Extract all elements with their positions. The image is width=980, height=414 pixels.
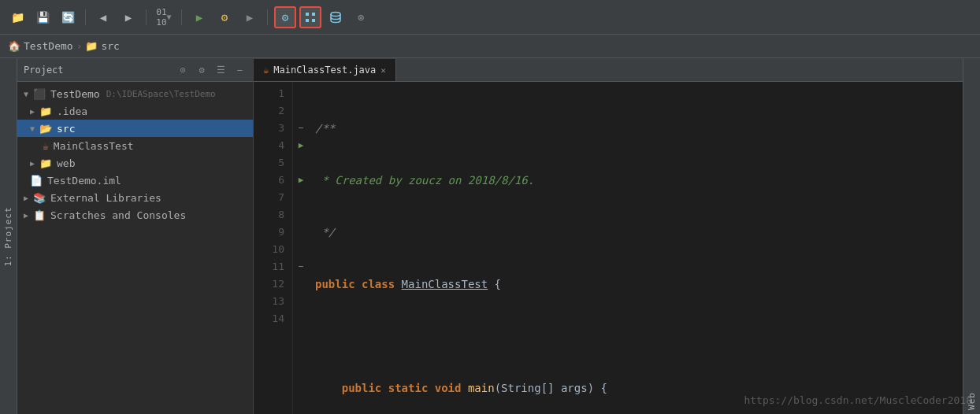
line-num-11: 11	[257, 258, 284, 275]
tab-mainclasstest[interactable]: ☕ MainClassTest.java ✕	[254, 59, 396, 81]
sep-1	[85, 9, 86, 25]
tab-close-btn[interactable]: ✕	[380, 65, 386, 76]
breadcrumb-testdemo[interactable]: TestDemo	[24, 40, 73, 52]
tree-label-external-libs: External Libraries	[50, 192, 161, 204]
arrow-idea: ▶	[30, 107, 35, 116]
code-line-1: /**	[315, 120, 956, 137]
arrow-testdemo: ▼	[24, 90, 28, 98]
tree-item-testdemo[interactable]: ▼ ⬛ TestDemo D:\IDEASpace\TestDemo	[17, 85, 253, 102]
panel-menu-btn[interactable]: ☰	[213, 63, 228, 77]
tree-label-idea: .idea	[57, 105, 87, 117]
locate-file-btn[interactable]: ⊙	[176, 63, 190, 77]
arrow-src: ▼	[30, 124, 35, 133]
watermark: https://blog.csdn.net/MuscleCoder2018	[744, 394, 972, 406]
line-num-12: 12	[257, 275, 284, 293]
forward-btn[interactable]: ▶	[117, 6, 139, 28]
line-num-3: 3	[257, 120, 284, 137]
tree-item-src[interactable]: ▼ 📂 src	[17, 120, 253, 137]
gutter-8	[293, 206, 309, 224]
line-numbers: 1 2 3 4 5 6 7 8 9 10 11 12 13 14	[254, 82, 293, 414]
database-btn[interactable]	[325, 6, 347, 28]
main-container: 1: Project Project ⊙ ⚙ ☰ − ▼ ⬛ TestDemo …	[0, 58, 980, 414]
gutter-fold-11[interactable]: −	[293, 258, 309, 275]
code-editor[interactable]: 1 2 3 4 5 6 7 8 9 10 11 12 13 14 − ▶	[254, 82, 963, 414]
gutter-5	[293, 154, 309, 172]
tree-label-mainclasstest: MainClassTest	[54, 140, 134, 152]
web-sidebar-tab[interactable]: Web	[963, 58, 980, 414]
gutter-2	[293, 102, 309, 120]
breadcrumb-home-icon: 🏠	[8, 40, 20, 52]
code-content[interactable]: /** * Created by zoucz on 2018/8/16. */ …	[309, 82, 963, 414]
line-num-1: 1	[257, 85, 284, 102]
gutter-fold-3[interactable]: −	[293, 120, 309, 137]
code-line-5	[315, 327, 956, 345]
breadcrumb-sep-1: ›	[76, 40, 83, 52]
tree-item-idea[interactable]: ▶ 📁 .idea	[17, 102, 253, 120]
breadcrumb-folder-icon: 📁	[85, 40, 98, 52]
scratches-icon: 📋	[33, 209, 46, 221]
project-sidebar-tab[interactable]: 1: Project	[0, 58, 17, 414]
sep-3	[181, 9, 182, 25]
panel-hide-btn[interactable]: −	[232, 63, 247, 77]
folder-icon-idea: 📁	[39, 105, 52, 117]
run-with-coverage-btn[interactable]: ▶	[239, 6, 261, 28]
line-num-2: 2	[257, 102, 284, 120]
project-panel: Project ⊙ ⚙ ☰ − ▼ ⬛ TestDemo D:\IDEASpac…	[17, 58, 254, 414]
line-num-8: 8	[257, 206, 284, 224]
debug-btn[interactable]: ⚙	[213, 6, 236, 28]
sep-2	[146, 9, 147, 25]
code-line-2: * Created by zoucz on 2018/8/16.	[315, 172, 956, 189]
gutter-10	[293, 241, 309, 258]
run-btn[interactable]: ▶	[188, 6, 210, 28]
project-panel-header: Project ⊙ ⚙ ☰ −	[17, 58, 253, 82]
tree-item-scratches[interactable]: ▶ 📋 Scratches and Consoles	[17, 206, 253, 224]
line-num-9: 9	[257, 224, 284, 241]
editor-gutter: − ▶ ▶ −	[293, 82, 309, 414]
tree-label-src: src	[57, 123, 75, 135]
breadcrumb-src[interactable]: src	[101, 40, 119, 52]
arrow-external-libs: ▶	[24, 194, 28, 202]
editor-area: ☕ MainClassTest.java ✕ 1 2 3 4 5 6 7 8 9…	[254, 58, 963, 414]
arrow-scratches: ▶	[24, 211, 28, 220]
maven-btn[interactable]	[299, 6, 321, 28]
gutter-14	[293, 310, 309, 327]
line-num-7: 7	[257, 189, 284, 206]
svg-rect-2	[306, 19, 309, 22]
line-num-5: 5	[257, 154, 284, 172]
svg-point-4	[331, 12, 340, 16]
tree-item-iml[interactable]: 📄 TestDemo.iml	[17, 172, 253, 189]
tree-path-testdemo: D:\IDEASpace\TestDemo	[106, 89, 216, 99]
svg-rect-1	[312, 13, 315, 16]
edit-config-btn[interactable]: ⚙	[274, 6, 296, 28]
sync-btn[interactable]: 🔄	[57, 6, 79, 28]
line-num-14: 14	[257, 310, 284, 327]
sep-4	[267, 9, 268, 25]
folder-icon-web: 📁	[39, 157, 52, 169]
module-icon-testdemo: ⬛	[33, 88, 46, 100]
save-all-btn[interactable]: 💾	[32, 6, 54, 28]
svg-rect-3	[312, 19, 315, 22]
gutter-run-6[interactable]: ▶	[293, 172, 309, 189]
open-project-btn[interactable]: 📁	[6, 6, 28, 28]
toolbar: 📁 💾 🔄 ◀ ▶ 0110 ▼ ▶ ⚙ ▶ ⚙ ⊗	[0, 0, 980, 35]
gutter-run-4[interactable]: ▶	[293, 137, 309, 154]
terminal-btn[interactable]: ⊗	[350, 6, 372, 28]
panel-settings-btn[interactable]: ⚙	[195, 63, 209, 77]
build-dropdown-btn[interactable]: 0110 ▼	[153, 6, 175, 28]
tree-item-mainclasstest[interactable]: ☕ MainClassTest	[17, 137, 253, 154]
code-line-3: */	[315, 224, 956, 241]
libs-icon: 📚	[33, 192, 46, 204]
folder-icon-src: 📂	[39, 123, 52, 135]
gutter-9	[293, 224, 309, 241]
arrow-web: ▶	[30, 159, 35, 168]
tree-item-external-libs[interactable]: ▶ 📚 External Libraries	[17, 189, 253, 206]
iml-icon: 📄	[30, 175, 43, 187]
back-btn[interactable]: ◀	[92, 6, 114, 28]
line-num-4: 4	[257, 137, 284, 154]
line-num-10: 10	[257, 241, 284, 258]
tree-item-web[interactable]: ▶ 📁 web	[17, 154, 253, 172]
gutter-12	[293, 275, 309, 293]
project-sidebar-label: 1: Project	[3, 206, 13, 266]
breadcrumb: 🏠 TestDemo › 📁 src	[0, 35, 980, 58]
gutter-1	[293, 85, 309, 102]
